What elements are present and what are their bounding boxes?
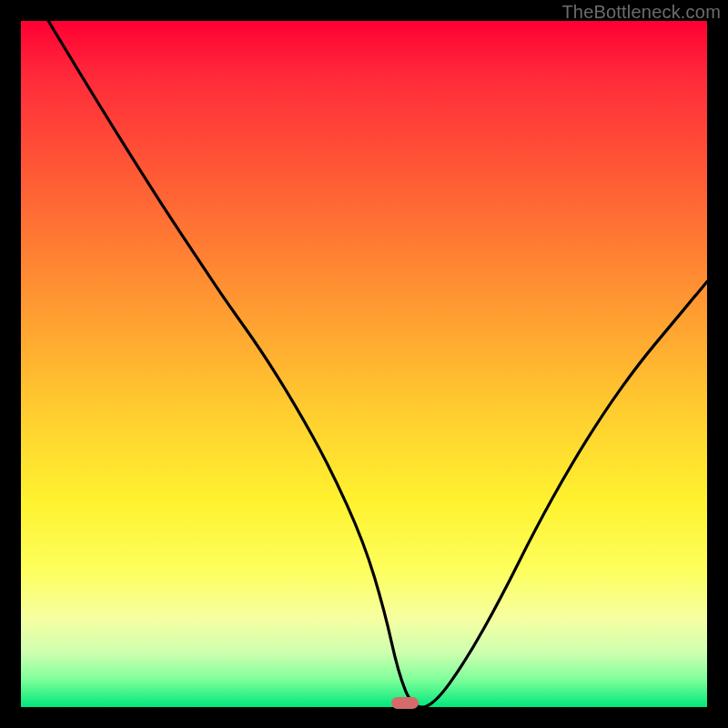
bottleneck-curve [21, 21, 707, 707]
watermark-text: TheBottleneck.com [561, 2, 721, 23]
chart-frame: TheBottleneck.com [0, 0, 728, 728]
minimum-marker [391, 697, 419, 709]
plot-area [21, 21, 707, 707]
